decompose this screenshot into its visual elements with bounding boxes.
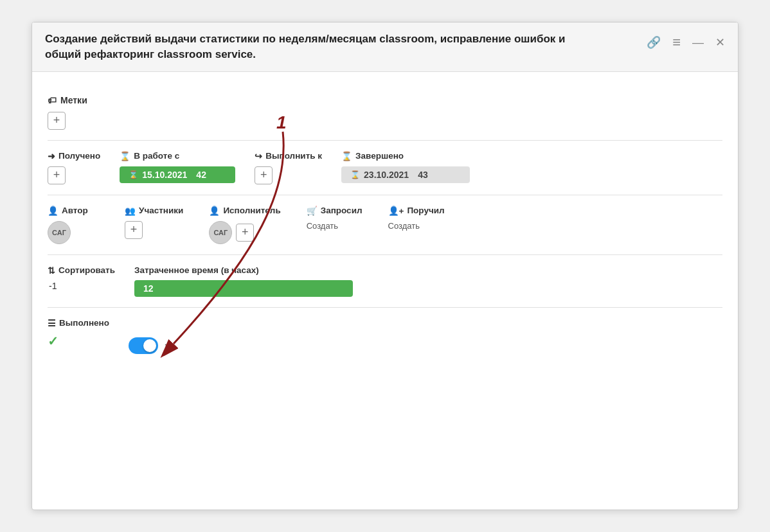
completed-section: ☰ Выполнено ✓ +: [48, 308, 722, 364]
completed-date-group: ⌛ Завершено ⌛ 23.10.2021 43: [341, 151, 470, 183]
requested-create-link[interactable]: Создать: [307, 221, 363, 231]
author-group: 👤 Автор САГ: [48, 206, 99, 244]
author-avatars: САГ: [48, 221, 99, 244]
menu-button[interactable]: ≡: [670, 33, 683, 52]
participants-label: 👥 Участники: [125, 206, 183, 216]
time-bar[interactable]: 12: [134, 280, 353, 297]
sort-time-row: ⇅ Сортировать -1 Затраченное время (в ча…: [48, 265, 722, 297]
plus-icon: +: [260, 168, 267, 182]
content-area: 🏷 Метки + ➜ Получено +: [32, 72, 738, 377]
participants-avatars: +: [125, 221, 183, 239]
author-avatar[interactable]: САГ: [48, 221, 71, 244]
title-bar: Создание действий выдачи статистики по н…: [32, 22, 738, 72]
executor-avatars: САГ +: [209, 221, 280, 244]
executor-avatar[interactable]: САГ: [209, 221, 232, 244]
link-button[interactable]: 🔗: [644, 34, 663, 51]
close-icon: ✕: [715, 36, 725, 49]
received-label: ➜ Получено: [48, 151, 100, 161]
time-group: Затраченное время (в часах) 12: [134, 265, 391, 297]
in-work-badge[interactable]: ⌛ 15.10.2021 42: [120, 166, 235, 183]
sort-label: ⇅ Сортировать: [48, 265, 115, 276]
person-add-icon: 👤+: [388, 206, 404, 216]
assigned-group: 👤+ Поручил Создать: [388, 206, 445, 231]
completed-date-badge[interactable]: ⌛ 23.10.2021 43: [341, 166, 470, 183]
person-icon: 👤: [48, 206, 58, 216]
close-button[interactable]: ✕: [713, 34, 728, 51]
add-due-button[interactable]: +: [255, 166, 273, 184]
add-label-button[interactable]: +: [48, 112, 66, 130]
executor-group: 👤 Исполнитель САГ +: [209, 206, 280, 244]
executor-person-icon: 👤: [209, 206, 220, 216]
title-actions: 🔗 ≡ — ✕: [644, 31, 728, 52]
hourglass2-icon: ⌛: [341, 151, 352, 161]
in-work-group: ⌛ В работе с ⌛ 15.10.2021 42: [120, 151, 235, 183]
time-label: Затраченное время (в часах): [134, 265, 391, 275]
minimize-icon: —: [692, 36, 704, 49]
plus-icon: +: [242, 226, 249, 239]
labels-header: 🏷 Метки: [48, 95, 722, 105]
in-work-label: ⌛ В работе с: [120, 151, 235, 161]
add-executor-button[interactable]: +: [236, 224, 254, 242]
dates-row: ➜ Получено + ⌛ В работе с ⌛ 15.10.: [48, 151, 722, 184]
author-label: 👤 Автор: [48, 206, 99, 216]
toggle-slider: [129, 337, 158, 354]
hourglass-small-icon: ⌛: [129, 170, 138, 179]
minimize-button[interactable]: —: [690, 35, 706, 51]
link-icon: 🔗: [647, 36, 661, 49]
completed-row: ☰ Выполнено ✓ +: [48, 318, 722, 354]
plus-icon: +: [53, 168, 60, 182]
assigned-create-link[interactable]: Создать: [388, 221, 445, 231]
executor-label: 👤 Исполнитель: [209, 206, 280, 216]
add-completed-button[interactable]: +: [165, 339, 172, 352]
received-group: ➜ Получено +: [48, 151, 100, 184]
sort-time-section: ⇅ Сортировать -1 Затраченное время (в ча…: [48, 255, 722, 308]
cart-icon: 🛒: [307, 206, 318, 216]
people-icon: 👥: [125, 206, 136, 216]
window-title: Создание действий выдачи статистики по н…: [45, 31, 572, 62]
due-group: ↪ Выполнить к +: [255, 151, 322, 184]
sort-group: ⇅ Сортировать -1: [48, 265, 115, 291]
plus-icon: +: [53, 114, 60, 127]
labels-section: 🏷 Метки +: [48, 85, 722, 141]
tag-icon: 🏷: [48, 95, 57, 105]
people-row: 👤 Автор САГ 👥 Участники: [48, 206, 722, 244]
sort-icon: ⇅: [48, 265, 55, 276]
add-received-button[interactable]: +: [48, 166, 66, 184]
list-icon: ☰: [48, 318, 56, 328]
plus-icon: +: [130, 223, 138, 236]
arrow-right-icon: ↪: [255, 151, 262, 161]
assigned-label: 👤+ Поручил: [388, 206, 445, 216]
arrow-in-icon: ➜: [48, 151, 55, 161]
requested-group: 🛒 Запросил Создать: [307, 206, 363, 231]
checkmark: ✓: [48, 333, 109, 349]
dates-section: ➜ Получено + ⌛ В работе с ⌛ 15.10.: [48, 141, 722, 195]
hourglass-grey-icon: ⌛: [350, 170, 360, 179]
completed-date-label: ⌛ Завершено: [341, 151, 470, 161]
completed-group: ☰ Выполнено ✓: [48, 318, 109, 349]
toggle-row: +: [129, 337, 172, 354]
sort-value[interactable]: -1: [48, 281, 115, 291]
requested-label: 🛒 Запросил: [307, 206, 363, 216]
completed-toggle[interactable]: [129, 337, 158, 354]
completed-label: ☰ Выполнено: [48, 318, 109, 328]
hourglass-icon: ⌛: [120, 151, 130, 161]
participants-group: 👥 Участники +: [125, 206, 183, 239]
people-section: 👤 Автор САГ 👥 Участники: [48, 195, 722, 255]
menu-icon: ≡: [672, 34, 681, 50]
add-participant-button[interactable]: +: [125, 221, 143, 239]
due-label: ↪ Выполнить к: [255, 151, 322, 161]
main-window: Создание действий выдачи статистики по н…: [31, 22, 739, 510]
